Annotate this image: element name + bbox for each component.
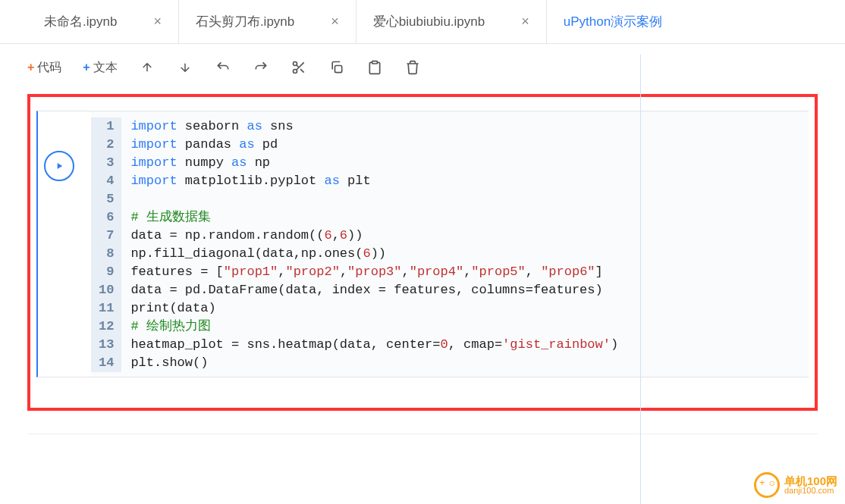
plus-icon: + bbox=[83, 61, 90, 74]
tabs-bar: 未命名.ipynb × 石头剪刀布.ipynb × 爱心biubiubiu.ip… bbox=[0, 0, 845, 44]
close-icon[interactable]: × bbox=[153, 14, 162, 30]
arrow-up-icon[interactable] bbox=[139, 59, 155, 76]
tab-0[interactable]: 未命名.ipynb × bbox=[27, 0, 179, 43]
watermark-logo-icon bbox=[754, 472, 780, 498]
add-text-label: 文本 bbox=[93, 60, 118, 76]
copy-icon[interactable] bbox=[328, 59, 345, 76]
svg-rect-3 bbox=[372, 61, 377, 64]
toolbar: + 代码 + 文本 bbox=[0, 44, 845, 94]
tab-label: 石头剪刀布.ipynb bbox=[196, 13, 294, 30]
run-button[interactable] bbox=[44, 151, 74, 181]
add-code-button[interactable]: + 代码 bbox=[27, 60, 61, 76]
tab-2[interactable]: 爱心biubiubiu.ipynb × bbox=[357, 0, 547, 43]
watermark: 单机100网 danji100.com bbox=[754, 472, 837, 498]
add-code-label: 代码 bbox=[37, 60, 61, 76]
add-text-button[interactable]: + 文本 bbox=[83, 60, 117, 76]
main-area: 1234567891011121314 import seaborn as sn… bbox=[0, 94, 845, 434]
undo-icon[interactable] bbox=[215, 59, 231, 76]
arrow-down-icon[interactable] bbox=[177, 59, 193, 76]
line-numbers: 1234567891011121314 bbox=[91, 117, 121, 372]
svg-point-1 bbox=[293, 70, 297, 74]
paste-icon[interactable] bbox=[366, 59, 383, 76]
trash-icon[interactable] bbox=[404, 59, 421, 76]
close-icon[interactable]: × bbox=[331, 14, 339, 30]
tab-label: uPython演示案例 bbox=[564, 13, 662, 30]
tab-3[interactable]: uPython演示案例 bbox=[547, 0, 679, 43]
tab-label: 未命名.ipynb bbox=[44, 13, 117, 30]
watermark-sub: danji100.com bbox=[784, 487, 837, 495]
svg-rect-2 bbox=[335, 66, 341, 73]
svg-point-0 bbox=[293, 62, 297, 66]
tab-1[interactable]: 石头剪刀布.ipynb × bbox=[179, 0, 357, 43]
close-icon[interactable]: × bbox=[521, 14, 529, 30]
code-editor[interactable]: 1234567891011121314 import seaborn as sn… bbox=[91, 111, 809, 377]
tab-label: 爱心biubiubiu.ipynb bbox=[373, 13, 485, 30]
code-cell[interactable]: 1234567891011121314 import seaborn as sn… bbox=[36, 111, 809, 377]
cell-gutter bbox=[38, 111, 80, 377]
cut-icon[interactable] bbox=[291, 59, 307, 76]
highlighted-cell-frame: 1234567891011121314 import seaborn as sn… bbox=[27, 94, 818, 411]
redo-icon[interactable] bbox=[253, 59, 269, 76]
plus-icon: + bbox=[27, 61, 34, 74]
code-content[interactable]: import seaborn as snsimport pandas as pd… bbox=[121, 117, 627, 372]
watermark-title: 单机100网 bbox=[784, 475, 837, 487]
